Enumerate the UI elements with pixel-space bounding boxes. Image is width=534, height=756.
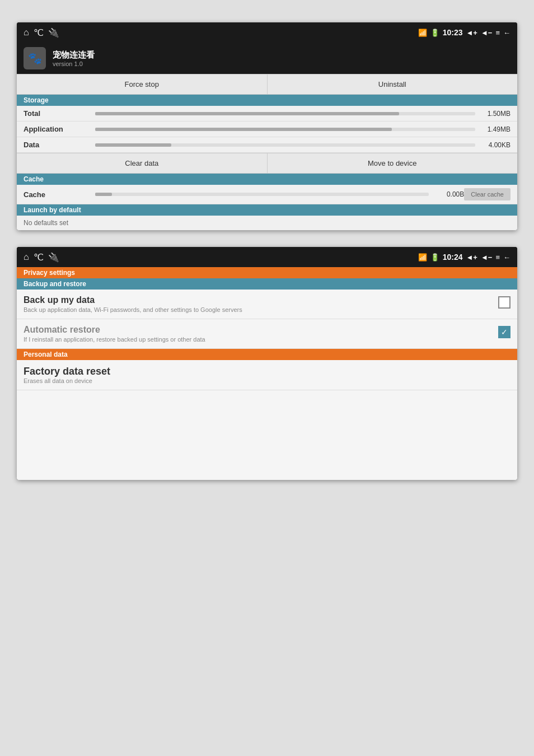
screen1-app-info: ⌂ ℃ 🔌 📶 🔋 10:23 ◄+ ◄− ≡ ← 🐾 宠物连连看 versio… [17,22,517,230]
auto-restore-subtitle: If I reinstall an application, restore b… [24,336,491,343]
status-bar-1: ⌂ ℃ 🔌 📶 🔋 10:23 ◄+ ◄− ≡ ← [17,22,517,43]
usb-icon: 🔌 [48,27,59,38]
uninstall-button[interactable]: Uninstall [268,74,518,94]
clear-data-row: Clear data Move to device [17,153,517,174]
data-row: Data 4.00KB [17,137,517,153]
auto-restore-title: Automatic restore [24,325,491,335]
backup-my-data-title: Back up my data [24,295,491,305]
cache-label: Cache [24,190,91,199]
backup-my-data-text: Back up my data Back up application data… [24,295,491,313]
home-icon-2: ⌂ [24,252,29,262]
force-stop-row: Force stop Uninstall [17,74,517,95]
usb-icon-2: 🔌 [48,252,59,263]
total-row: Total 1.50MB [17,106,517,122]
status-bar-left-icons: ⌂ ℃ 🔌 [24,27,59,38]
backup-my-data-subtitle: Back up application data, Wi-Fi password… [24,306,491,313]
factory-reset-item[interactable]: Factory data reset Erases all data on de… [17,360,517,390]
data-value: 4.00KB [480,141,510,149]
vol-down-icon-2: ◄− [481,253,492,262]
auto-restore-text: Automatic restore If I reinstall an appl… [24,325,491,343]
application-row: Application 1.49MB [17,122,517,137]
status-bar-right: 📶 🔋 10:23 ◄+ ◄− ≡ ← [418,28,510,37]
phone-icon-2: ℃ [34,252,44,263]
time-display-1: 10:23 [443,28,463,37]
application-label: Application [24,125,91,133]
privacy-content: Privacy settings Backup and restore Back… [17,267,517,480]
battery-icon: 🔋 [430,29,439,37]
backup-checkbox[interactable] [498,296,510,309]
auto-restore-item[interactable]: Automatic restore If I reinstall an appl… [17,319,517,349]
move-to-device-button[interactable]: Move to device [268,153,518,173]
application-bar [95,128,475,131]
screen2-privacy-settings: ⌂ ℃ 🔌 📶 🔋 10:24 ◄+ ◄− ≡ ← Privacy settin… [17,247,517,480]
auto-restore-checkbox[interactable]: ✓ [498,326,510,338]
app-title-block: 宠物连连看 version 1.0 [53,50,95,67]
clear-data-button[interactable]: Clear data [17,153,268,173]
privacy-settings-header: Privacy settings [17,267,517,278]
back-icon: ← [503,29,510,37]
app-content: Force stop Uninstall Storage Total 1.50M… [17,74,517,230]
launch-by-default-header: Launch by default [17,204,517,216]
status-bar-left-2: ⌂ ℃ 🔌 [24,252,59,263]
total-bar [95,112,475,115]
empty-area [17,390,517,480]
cache-section-header: Cache [17,174,517,185]
total-value: 1.50MB [480,110,510,118]
menu-icon: ≡ [495,29,500,37]
cache-row: Cache 0.00B Clear cache [17,185,517,204]
data-bar [95,143,475,147]
menu-icon-2: ≡ [495,253,500,262]
vol-up-icon: ◄+ [466,29,477,37]
storage-section-header: Storage [17,95,517,106]
signal-icon: 📶 [418,29,427,37]
launch-subtitle: No defaults set [17,216,517,230]
status-bar-right-2: 📶 🔋 10:24 ◄+ ◄− ≡ ← [418,253,510,262]
force-stop-button[interactable]: Force stop [17,74,268,94]
back-icon-2: ← [503,253,510,262]
vol-up-icon-2: ◄+ [466,253,477,262]
clear-cache-button[interactable]: Clear cache [464,188,510,200]
factory-reset-subtitle: Erases all data on device [24,377,510,384]
status-bar-2: ⌂ ℃ 🔌 📶 🔋 10:24 ◄+ ◄− ≡ ← [17,247,517,267]
data-label: Data [24,141,91,149]
application-value: 1.49MB [480,125,510,133]
app-name: 宠物连连看 [53,50,95,60]
total-label: Total [24,109,91,118]
time-display-2: 10:24 [443,253,463,262]
battery-icon-2: 🔋 [430,253,439,262]
cache-bar [95,193,429,196]
app-header: 🐾 宠物连连看 version 1.0 [17,43,517,74]
app-icon: 🐾 [24,47,46,69]
app-version: version 1.0 [53,60,95,67]
cache-value: 0.00B [433,190,464,198]
signal-icon-2: 📶 [418,253,427,262]
personal-data-header: Personal data [17,349,517,360]
phone-icon: ℃ [34,27,44,38]
backup-restore-header: Backup and restore [17,278,517,290]
factory-reset-title: Factory data reset [24,366,510,377]
vol-down-icon: ◄− [481,29,492,37]
backup-my-data-item[interactable]: Back up my data Back up application data… [17,290,517,319]
home-icon: ⌂ [24,27,29,38]
